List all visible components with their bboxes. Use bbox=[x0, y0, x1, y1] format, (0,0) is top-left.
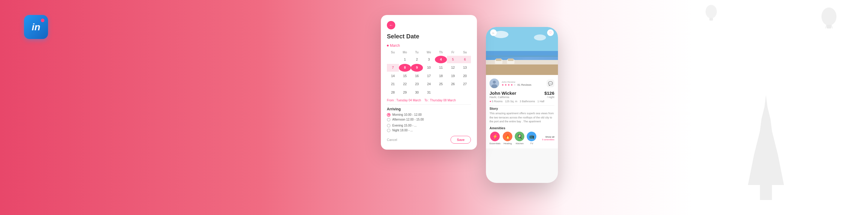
svg-marker-0 bbox=[748, 95, 784, 200]
cal-day-25[interactable]: 25 bbox=[435, 80, 447, 88]
amenity-kitchen: 🍳 Kitchen bbox=[515, 132, 524, 145]
radio-evening[interactable] bbox=[387, 124, 391, 128]
time-option-night[interactable]: Night 18.00 - ... bbox=[387, 129, 471, 132]
day-header-fr: Fr bbox=[447, 50, 459, 55]
cal-day-28[interactable]: 28 bbox=[387, 89, 399, 96]
cal-day-3[interactable]: 3 bbox=[423, 56, 435, 63]
cal-day-21[interactable]: 21 bbox=[387, 80, 399, 88]
bathrooms-detail: 3 Bathrooms bbox=[520, 100, 535, 103]
star-5: ★ bbox=[514, 83, 516, 86]
cal-day-14[interactable]: 14 bbox=[387, 72, 399, 80]
phone-mockup: ← ♡ bbox=[486, 27, 558, 183]
calendar-header: Su Mo Tu We Th Fr Sa bbox=[387, 50, 471, 55]
radio-morning[interactable] bbox=[387, 113, 391, 117]
cal-day-10[interactable]: 10 bbox=[423, 64, 435, 71]
date-from: From : Tuesday 04 March bbox=[387, 99, 421, 102]
cal-day-18[interactable]: 18 bbox=[435, 72, 447, 80]
svg-rect-2 bbox=[827, 25, 831, 29]
cal-day-31[interactable]: 31 bbox=[423, 89, 435, 96]
radio-afternoon[interactable] bbox=[387, 118, 391, 121]
host-avatar bbox=[490, 78, 499, 88]
cal-day-9[interactable]: 9 bbox=[411, 64, 423, 71]
cal-day-7[interactable]: 7 bbox=[387, 64, 399, 71]
kitchen-label: Kitchen bbox=[516, 142, 524, 145]
back-icon: ← bbox=[389, 23, 393, 28]
calendar-week-1: 1 2 3 4 5 6 bbox=[387, 56, 471, 63]
heart-icon-symbol: ♡ bbox=[549, 31, 552, 35]
date-range-display: From : Tuesday 04 March To : Thursday 08… bbox=[387, 99, 471, 102]
radio-night[interactable] bbox=[387, 129, 391, 132]
cal-day-2[interactable]: 2 bbox=[411, 56, 423, 63]
amenities-title: Amenities bbox=[490, 126, 554, 130]
cal-day-30[interactable]: 30 bbox=[411, 89, 423, 96]
phone-top-bar: ← ♡ bbox=[486, 27, 558, 38]
cal-day-13[interactable]: 13 bbox=[459, 64, 471, 71]
cal-day-24[interactable]: 24 bbox=[423, 80, 435, 88]
star-3: ★ bbox=[507, 83, 510, 86]
logo-box: in bbox=[24, 15, 48, 39]
cal-day-6[interactable]: 6 bbox=[459, 56, 471, 63]
favorite-button[interactable]: ♡ bbox=[547, 29, 554, 36]
cal-day-4[interactable]: 4 bbox=[435, 56, 447, 63]
beds-detail: 1 Hall bbox=[537, 100, 545, 103]
day-header-tu: Tu bbox=[411, 50, 423, 55]
cal-day-26[interactable]: 26 bbox=[447, 80, 459, 88]
amenity-essentials: ⚡ Essentials bbox=[490, 132, 500, 145]
back-button[interactable]: ← bbox=[387, 21, 395, 29]
beds-text: 1 Hall bbox=[537, 100, 545, 103]
cal-day-1[interactable]: 1 bbox=[399, 56, 411, 63]
star-2: ★ bbox=[504, 83, 507, 86]
heating-label: Heating bbox=[504, 142, 512, 145]
divider-2 bbox=[490, 105, 554, 106]
amenity-tv: 📺 TV bbox=[527, 132, 536, 145]
cal-day-12[interactable]: 12 bbox=[447, 64, 459, 71]
reviews-count: 81 Reviews bbox=[518, 83, 531, 86]
cal-day-11[interactable]: 11 bbox=[435, 64, 447, 71]
day-header-sa: Sa bbox=[459, 50, 471, 55]
avatar-svg bbox=[490, 78, 499, 88]
svg-point-19 bbox=[493, 81, 496, 84]
bathrooms-text: 3 Bathrooms bbox=[520, 100, 535, 103]
price-value: $126 bbox=[545, 91, 554, 96]
save-button[interactable]: Save bbox=[451, 136, 471, 144]
cal-day-8[interactable]: 8 bbox=[399, 64, 411, 71]
host-review-label: John Review bbox=[501, 81, 531, 83]
cal-day-19[interactable]: 19 bbox=[447, 72, 459, 80]
essentials-icon: ⚡ bbox=[490, 132, 500, 141]
cal-day-22[interactable]: 22 bbox=[399, 80, 411, 88]
show-all-block[interactable]: Show all 9 amenities bbox=[542, 136, 554, 141]
heating-icon: 🔥 bbox=[503, 132, 512, 141]
host-avatar-image bbox=[490, 78, 499, 88]
time-option-evening[interactable]: Evening 15.00 - ... bbox=[387, 124, 471, 128]
logo-dot bbox=[41, 19, 44, 22]
card-actions: Cancel Save bbox=[387, 136, 471, 144]
cal-day-16[interactable]: 16 bbox=[411, 72, 423, 80]
host-info: John Review ★ ★ ★ ★ ★ 81 Reviews bbox=[501, 81, 531, 86]
price-block: $126 / night bbox=[545, 91, 554, 99]
month-text: March bbox=[390, 43, 400, 48]
cal-day-20[interactable]: 20 bbox=[459, 72, 471, 80]
time-option-morning[interactable]: Morning 10.00 - 12.00 bbox=[387, 113, 471, 117]
amenities-row: ⚡ Essentials 🔥 Heating 🍳 Kitchen bbox=[490, 132, 554, 145]
kitchen-icon: 🍳 bbox=[515, 132, 524, 141]
show-all-count: 9 amenities bbox=[542, 138, 554, 141]
day-header-we: We bbox=[423, 50, 435, 55]
cal-day-15[interactable]: 15 bbox=[399, 72, 411, 80]
day-header-su: Su bbox=[387, 50, 399, 55]
calendar-title: Select Date bbox=[387, 33, 471, 40]
time-night-label: Night 18.00 - ... bbox=[392, 129, 413, 132]
cal-day-29[interactable]: 29 bbox=[399, 89, 411, 96]
time-option-afternoon[interactable]: Afternoon 12.00 - 15.00 bbox=[387, 118, 471, 121]
tv-label: TV bbox=[530, 142, 533, 145]
day-header-mo: Mo bbox=[399, 50, 411, 55]
cal-day-17[interactable]: 17 bbox=[423, 72, 435, 80]
logo: in bbox=[24, 15, 48, 39]
phone-back-button[interactable]: ← bbox=[490, 29, 497, 36]
cal-day-5[interactable]: 5 bbox=[447, 56, 459, 63]
chat-button[interactable]: 💬 bbox=[547, 79, 554, 87]
amenity-heating: 🔥 Heating bbox=[503, 132, 512, 145]
chat-icon-symbol: 💬 bbox=[548, 81, 553, 86]
cal-day-27[interactable]: 27 bbox=[459, 80, 471, 88]
cal-day-23[interactable]: 23 bbox=[411, 80, 423, 88]
cancel-button[interactable]: Cancel bbox=[387, 138, 397, 142]
